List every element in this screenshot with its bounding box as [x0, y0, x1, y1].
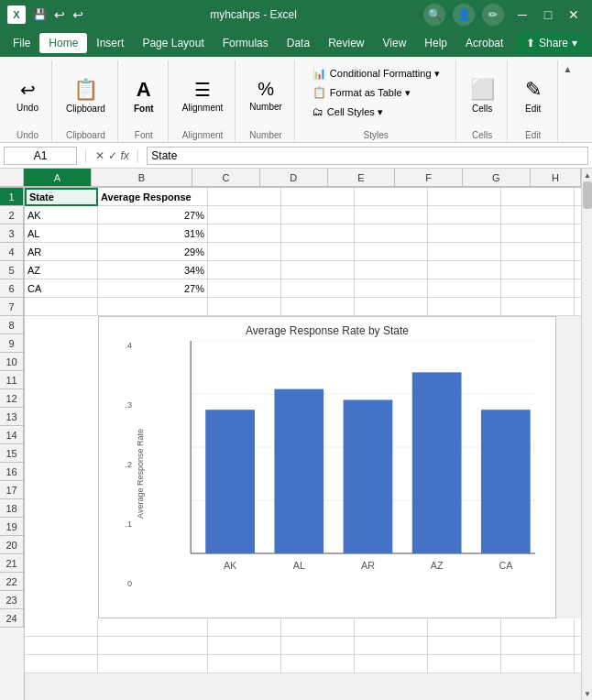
cell-g2[interactable]: [501, 206, 575, 224]
cell-f7[interactable]: [428, 298, 501, 316]
cell-d3[interactable]: [281, 224, 355, 243]
row-header-9[interactable]: 9: [0, 334, 24, 353]
cell-c22[interactable]: [208, 618, 281, 637]
cell-h5[interactable]: [575, 261, 581, 279]
cell-g7[interactable]: [501, 298, 575, 316]
search-button[interactable]: 🔍: [423, 4, 445, 26]
cell-h4[interactable]: [575, 243, 581, 261]
format-table-button[interactable]: 📋 Format as Table ▾: [306, 83, 446, 102]
cell-g24[interactable]: [501, 655, 575, 673]
cell-d5[interactable]: [281, 261, 355, 279]
scroll-up-arrow[interactable]: ▲: [582, 169, 592, 181]
cell-e24[interactable]: [355, 655, 428, 673]
redo-icon[interactable]: ↪: [72, 7, 83, 22]
conditional-formatting-button[interactable]: 📊 Conditional Formatting ▾: [306, 64, 446, 82]
cell-d7[interactable]: [281, 298, 355, 316]
number-button[interactable]: % Number: [243, 65, 289, 126]
row-header-19[interactable]: 19: [0, 518, 24, 536]
row-header-8[interactable]: 8: [0, 316, 24, 334]
maximize-button[interactable]: □: [537, 5, 559, 24]
cell-f5[interactable]: [428, 261, 501, 279]
close-button[interactable]: ✕: [563, 5, 585, 24]
cell-c1[interactable]: [208, 188, 281, 206]
cell-e2[interactable]: [355, 206, 428, 224]
cell-b6[interactable]: 27%: [98, 279, 208, 298]
menu-insert[interactable]: Insert: [87, 33, 133, 53]
col-header-e[interactable]: E: [328, 169, 396, 187]
cell-h22[interactable]: [575, 618, 581, 637]
cross-icon[interactable]: ✕: [95, 149, 104, 162]
row-header-3[interactable]: 3: [0, 224, 24, 243]
minimize-button[interactable]: ─: [511, 5, 533, 24]
pen-button[interactable]: ✏: [482, 4, 504, 26]
cell-a3[interactable]: AL: [25, 224, 98, 243]
menu-help[interactable]: Help: [415, 33, 456, 53]
name-box[interactable]: [4, 147, 77, 165]
cell-f6[interactable]: [428, 279, 501, 298]
row-header-17[interactable]: 17: [0, 481, 24, 499]
cell-e5[interactable]: [355, 261, 428, 279]
row-header-10[interactable]: 10: [0, 353, 24, 371]
cell-d6[interactable]: [281, 279, 355, 298]
cell-e3[interactable]: [355, 224, 428, 243]
cell-f23[interactable]: [428, 637, 501, 655]
row-header-18[interactable]: 18: [0, 499, 24, 518]
cell-b1[interactable]: Average Response: [98, 188, 208, 206]
cell-g22[interactable]: [501, 618, 575, 637]
cell-h2[interactable]: [575, 206, 581, 224]
col-header-a[interactable]: A: [24, 169, 92, 187]
row-header-23[interactable]: 23: [0, 591, 24, 609]
cell-g23[interactable]: [501, 637, 575, 655]
ribbon-collapse-button[interactable]: ▲: [564, 64, 573, 74]
cell-g5[interactable]: [501, 261, 575, 279]
row-header-11[interactable]: 11: [0, 371, 24, 389]
alignment-button[interactable]: ☰ Alignment: [176, 65, 229, 126]
col-header-b[interactable]: B: [92, 169, 193, 187]
row-header-12[interactable]: 12: [0, 389, 24, 408]
row-header-14[interactable]: 14: [0, 426, 24, 444]
cell-h7[interactable]: [575, 298, 581, 316]
cell-c4[interactable]: [208, 243, 281, 261]
cell-g4[interactable]: [501, 243, 575, 261]
cell-c3[interactable]: [208, 224, 281, 243]
cell-g6[interactable]: [501, 279, 575, 298]
cells-button[interactable]: ⬜ Cells: [464, 65, 501, 126]
cell-c5[interactable]: [208, 261, 281, 279]
edit-button[interactable]: ✎ Edit: [515, 65, 552, 126]
col-header-c[interactable]: C: [192, 169, 260, 187]
menu-acrobat[interactable]: Acrobat: [456, 33, 512, 53]
row-header-24[interactable]: 24: [0, 609, 24, 628]
col-header-f[interactable]: F: [395, 169, 463, 187]
row-header-7[interactable]: 7: [0, 298, 24, 316]
cell-h1[interactable]: [575, 188, 581, 206]
save-icon[interactable]: 💾: [33, 8, 47, 21]
scroll-track[interactable]: [582, 181, 592, 687]
cell-a22[interactable]: [25, 618, 98, 637]
cell-b3[interactable]: 31%: [98, 224, 208, 243]
row-header-2[interactable]: 2: [0, 206, 24, 224]
row-header-20[interactable]: 20: [0, 536, 24, 554]
cell-a24[interactable]: [25, 655, 98, 673]
scroll-down-arrow[interactable]: ▼: [582, 687, 592, 700]
cell-f2[interactable]: [428, 206, 501, 224]
cell-e1[interactable]: [355, 188, 428, 206]
cell-h3[interactable]: [575, 224, 581, 243]
cell-d4[interactable]: [281, 243, 355, 261]
cell-f22[interactable]: [428, 618, 501, 637]
menu-file[interactable]: File: [4, 33, 39, 53]
cell-h23[interactable]: [575, 637, 581, 655]
menu-page-layout[interactable]: Page Layout: [133, 33, 213, 53]
share-button[interactable]: ⬆ Share ▾: [515, 33, 588, 53]
menu-view[interactable]: View: [374, 33, 416, 53]
cell-b22[interactable]: [98, 618, 208, 637]
cell-f4[interactable]: [428, 243, 501, 261]
scroll-thumb[interactable]: [583, 181, 592, 209]
row-header-22[interactable]: 22: [0, 573, 24, 591]
check-icon[interactable]: ✓: [108, 149, 117, 162]
cell-b4[interactable]: 29%: [98, 243, 208, 261]
cell-d2[interactable]: [281, 206, 355, 224]
undo-icon[interactable]: ↩: [54, 7, 65, 22]
cell-d22[interactable]: [281, 618, 355, 637]
cell-b7[interactable]: [98, 298, 208, 316]
col-header-h[interactable]: H: [531, 169, 581, 187]
